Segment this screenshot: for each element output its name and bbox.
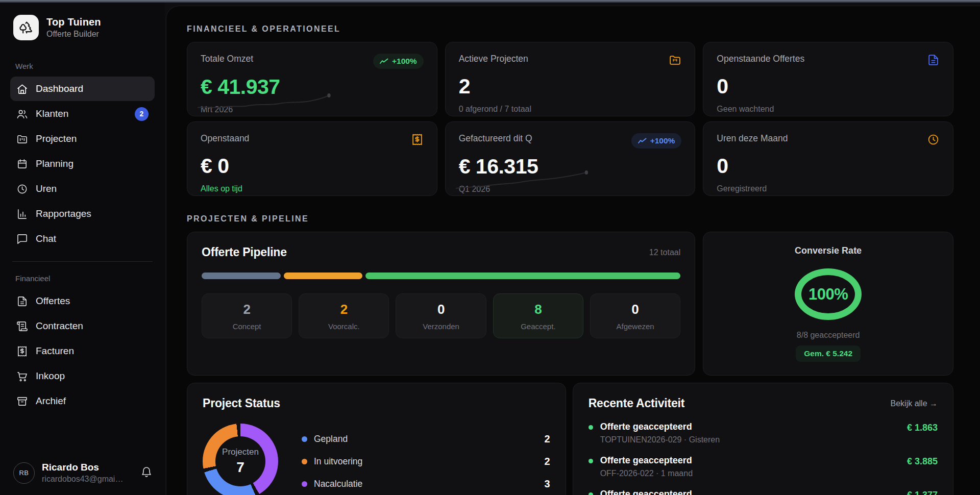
stage-voorcalc[interactable]: 2 Voorcalc. [299,293,389,338]
nav-section-werk: Werk [10,62,155,70]
sidebar-divider [12,261,153,262]
kpi-grid: Totale Omzet +100% € 41.937 Mrt 2026 Act… [187,42,953,196]
file-text-icon [927,54,940,66]
sparkline [198,82,377,112]
pipeline-segment-green [365,273,680,279]
sidebar-item-label: Archief [36,395,66,407]
kpi-card-openstaande-offertes: Openstaande Offertes 0 Geen wachtend [703,42,953,116]
receipt-icon [16,345,28,357]
donut-center-label: Projecten [222,447,259,457]
average-value-badge: Gem. € 5.242 [796,345,861,362]
sidebar-item-rapportages[interactable]: Rapportages [10,202,155,226]
legend-item-in-uitvoering: In uitvoering 2 [302,456,550,467]
home-icon [16,83,28,95]
cart-icon [16,370,28,382]
sidebar-item-label: Offertes [36,295,70,307]
pipeline-total: 12 totaal [649,248,680,257]
pipeline-bar [202,273,680,279]
conversion-ring-chart: 100% [795,268,862,320]
bar-chart-icon [16,208,28,220]
sparkline [456,162,635,191]
status-dot-green [589,492,593,495]
legend-item-nacalculatie: Nacalculatie 3 [302,478,550,490]
kpi-card-gefactureerd: Gefactureerd dit Q +100% € 16.315 Q1 202… [445,121,696,196]
notifications-button[interactable] [140,466,153,480]
trees-icon [13,15,39,40]
folder-kanban-icon [16,133,28,145]
pipeline-title: Offerte Pipeline [202,245,287,259]
receipt-icon [411,133,424,146]
activity-amount: € 1.863 [907,422,938,433]
kpi-card-totale-omzet: Totale Omzet +100% € 41.937 Mrt 2026 [187,42,437,116]
sidebar-item-offertes[interactable]: Offertes [10,289,155,313]
section-title-pipeline: PROJECTEN & PIPELINE [187,214,953,224]
kpi-value: 0 [717,75,940,98]
section-title-financieel: FINANCIEEL & OPERATIONEEL [187,24,953,34]
folder-icon [669,54,681,66]
legend-dot-purple [302,481,307,487]
kpi-subtitle: Geen wachtend [717,105,940,114]
sidebar-item-archief[interactable]: Archief [10,389,155,413]
activity-amount: € 1.377 [907,489,938,495]
project-status-donut-chart: Projecten 7 [203,424,278,495]
sidebar-item-label: Projecten [36,133,77,144]
kpi-value: 0 [717,154,940,178]
status-dot-green [589,425,593,430]
kpi-title: Gefactureerd dit Q [459,133,532,144]
nav-section-financieel: Financieel [10,274,155,283]
sidebar-item-uren[interactable]: Uren [10,177,155,201]
project-status-legend: Gepland 2 In uitvoering 2 Nacalculatie 3 [302,433,550,490]
klanten-count-badge: 2 [135,107,149,121]
donut-center-value: 7 [236,459,244,476]
kpi-subtitle: 0 afgerond / 7 totaal [459,105,682,114]
sidebar-item-dashboard[interactable]: Dashboard [10,77,155,101]
legend-item-gepland: Gepland 2 [302,433,550,445]
trend-badge: +100% [373,54,424,69]
sidebar-item-label: Inkoop [36,370,65,382]
view-all-link[interactable]: Bekijk alle → [891,399,938,408]
user-profile[interactable]: RB Ricardo Bos ricardobos43@gmai… [10,459,155,484]
stage-afgewezen[interactable]: 0 Afgewezen [590,293,680,338]
kpi-title: Totale Omzet [201,54,253,64]
activity-amount: € 3.885 [907,455,938,467]
scroll-icon [16,320,28,332]
kpi-title: Uren deze Maand [717,133,788,144]
trending-up-icon [638,138,647,144]
activity-item[interactable]: Offerte geaccepteerd OFF-2026-022 · 1 ma… [589,455,938,478]
conversion-percentage: 100% [808,285,848,304]
stage-geaccepteerd[interactable]: 8 Geaccept. [493,293,583,338]
pipeline-segment-slate [202,273,281,279]
sidebar-item-chat[interactable]: Chat [10,227,155,251]
sidebar-item-label: Uren [36,183,57,194]
sidebar-item-projecten[interactable]: Projecten [10,127,155,151]
legend-dot-orange [302,459,307,464]
sidebar-item-label: Contracten [36,320,83,332]
kpi-card-openstaand: Openstaand € 0 Alles op tijd [187,121,437,196]
activity-item[interactable]: Offerte geaccepteerd TOPTUINEN2026-029 ·… [589,422,938,444]
kpi-title: Openstaande Offertes [717,54,804,64]
activity-item[interactable]: Offerte geaccepteerd OFF-2026-020 · 1 ma… [589,489,938,495]
project-status-title: Project Status [203,397,550,410]
pipeline-segment-orange [284,273,363,279]
sidebar-item-planning[interactable]: Planning [10,152,155,176]
stage-concept[interactable]: 2 Concept [202,293,292,338]
kpi-card-actieve-projecten: Actieve Projecten 2 0 afgerond / 7 totaa… [445,42,696,116]
user-name: Ricardo Bos [42,462,123,473]
kpi-title: Actieve Projecten [459,54,528,64]
sidebar: Top Tuinen Offerte Builder Werk Dashboar… [0,3,165,495]
archive-icon [16,395,28,407]
status-dot-green [589,459,593,463]
sidebar-item-label: Rapportages [36,208,91,219]
sidebar-item-contracten[interactable]: Contracten [10,314,155,338]
sidebar-item-label: Klanten [36,108,68,119]
sidebar-item-label: Chat [36,233,56,244]
stage-verzonden[interactable]: 0 Verzonden [396,293,486,338]
sidebar-item-inkoop[interactable]: Inkoop [10,364,155,388]
sidebar-item-facturen[interactable]: Facturen [10,339,155,363]
pipeline-stages: 2 Concept 2 Voorcalc. 0 Verzonden 8 Geac… [202,293,680,338]
clock-icon [927,133,940,146]
kpi-value: € 0 [201,154,424,178]
kpi-subtitle: Geregistreerd [717,184,940,193]
app-name: Top Tuinen [46,16,101,28]
sidebar-item-klanten[interactable]: Klanten 2 [10,102,155,126]
